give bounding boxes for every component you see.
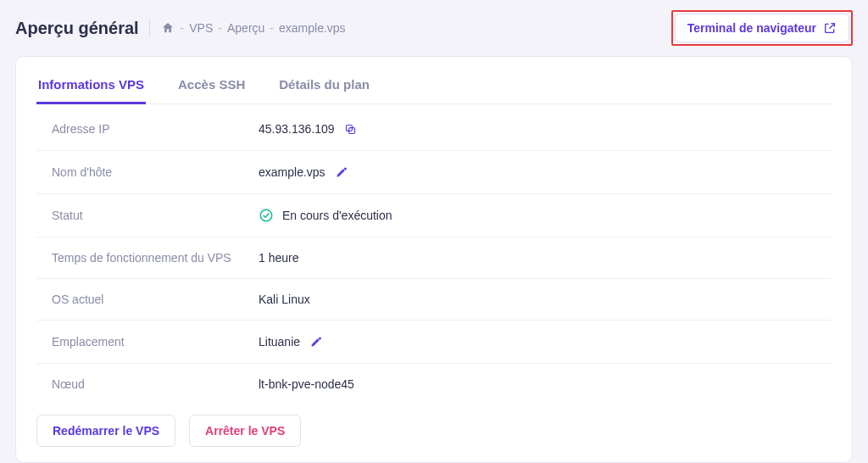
row-status: Statut En cours d'exécution bbox=[36, 194, 832, 237]
svg-point-2 bbox=[260, 209, 272, 221]
edit-hostname-button[interactable] bbox=[334, 165, 349, 180]
value-node: lt-bnk-pve-node45 bbox=[259, 377, 354, 391]
label-ip: Adresse IP bbox=[52, 122, 259, 136]
edit-location-button[interactable] bbox=[309, 334, 324, 349]
row-os: OS actuel Kali Linux bbox=[36, 279, 832, 321]
row-location: Emplacement Lituanie bbox=[36, 321, 832, 364]
label-location: Emplacement bbox=[52, 335, 259, 349]
status-running-icon bbox=[259, 208, 274, 223]
pencil-icon bbox=[310, 336, 322, 348]
action-row: Redémarrer le VPS Arrêter le VPS bbox=[36, 410, 832, 447]
page-header: Aperçu général - VPS - Aperçu - example.… bbox=[15, 10, 853, 46]
tab-ssh-access[interactable]: Accès SSH bbox=[176, 69, 247, 104]
row-uptime: Temps de fonctionnement du VPS 1 heure bbox=[36, 237, 832, 279]
label-os: OS actuel bbox=[52, 293, 259, 306]
copy-icon bbox=[344, 123, 357, 136]
page-title: Aperçu général bbox=[15, 19, 139, 38]
value-status: En cours d'exécution bbox=[282, 209, 392, 222]
label-node: Nœud bbox=[52, 377, 259, 391]
browser-terminal-button[interactable]: Terminal de navigateur bbox=[675, 14, 849, 42]
tab-plan-details[interactable]: Détails du plan bbox=[277, 69, 371, 104]
value-uptime: 1 heure bbox=[259, 251, 298, 265]
value-location: Lituanie bbox=[259, 335, 300, 349]
row-ip: Adresse IP 45.93.136.109 bbox=[36, 108, 832, 151]
value-ip: 45.93.136.109 bbox=[259, 122, 335, 136]
divider bbox=[149, 19, 150, 37]
annotation-highlight: Terminal de navigateur bbox=[671, 10, 853, 46]
tab-vps-info[interactable]: Informations VPS bbox=[36, 69, 146, 104]
vps-overview-card: Informations VPS Accès SSH Détails du pl… bbox=[15, 56, 853, 463]
pencil-icon bbox=[336, 166, 348, 178]
label-status: Statut bbox=[52, 209, 259, 222]
breadcrumb-separator: - bbox=[270, 21, 274, 35]
breadcrumb-item-overview[interactable]: Aperçu bbox=[227, 21, 264, 35]
breadcrumb-item-vps[interactable]: VPS bbox=[189, 21, 213, 35]
breadcrumb-item-host[interactable]: example.vps bbox=[279, 21, 346, 35]
breadcrumb-separator: - bbox=[218, 21, 222, 35]
value-os: Kali Linux bbox=[259, 293, 310, 306]
external-link-icon bbox=[823, 21, 837, 35]
label-hostname: Nom d'hôte bbox=[52, 165, 259, 179]
tabs: Informations VPS Accès SSH Détails du pl… bbox=[36, 57, 832, 104]
row-node: Nœud lt-bnk-pve-node45 bbox=[36, 364, 832, 404]
label-uptime: Temps de fonctionnement du VPS bbox=[52, 251, 259, 265]
stop-vps-button[interactable]: Arrêter le VPS bbox=[189, 415, 301, 447]
copy-ip-button[interactable] bbox=[343, 121, 359, 137]
row-hostname: Nom d'hôte example.vps bbox=[36, 151, 832, 194]
vps-info-list: Adresse IP 45.93.136.109 Nom d'hôte exam… bbox=[36, 104, 832, 410]
browser-terminal-label: Terminal de navigateur bbox=[687, 21, 816, 35]
value-hostname: example.vps bbox=[259, 165, 326, 179]
breadcrumb-separator: - bbox=[181, 21, 185, 35]
breadcrumb: - VPS - Aperçu - example.vps bbox=[160, 20, 346, 36]
restart-vps-button[interactable]: Redémarrer le VPS bbox=[36, 415, 175, 447]
home-icon[interactable] bbox=[160, 20, 175, 36]
